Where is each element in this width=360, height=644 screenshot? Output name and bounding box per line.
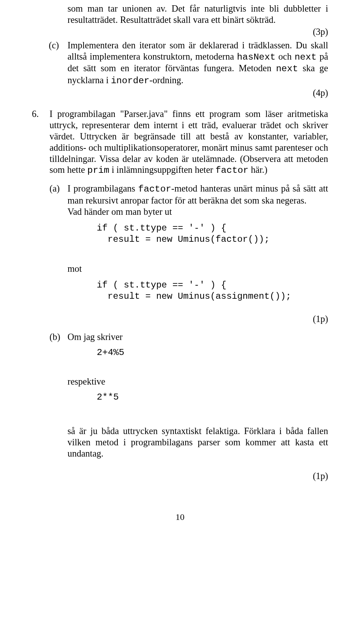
code-block: if ( st.ttype == '-' ) { result = new Um… [97,223,328,245]
inline-code: next [294,52,316,62]
subitem-label: (a) [50,183,60,194]
inline-code: factor [138,184,171,194]
points-marker: (4p) [68,87,328,99]
body-text: så är ju båda uttrycken syntaxtiskt fela… [68,425,328,459]
inline-code: prim [87,165,110,175]
body-text: -ordning. [150,75,184,85]
inline-code: inorder [111,76,150,86]
subitem-a: (a) I programbilagans factor-metod hante… [68,183,328,324]
continuation-paragraph: som man tar unionen av. Det får naturlig… [68,3,328,99]
item-6: 6. I programbilagan "Parser.java" finns … [50,108,328,482]
code-block: if ( st.ttype == '-' ) { result = new Um… [97,280,328,302]
body-text: respektive [68,376,328,387]
item-number: 6. [32,108,39,120]
body-text: som man tar unionen av. Det får naturlig… [68,3,328,25]
points-marker: (1p) [68,470,328,482]
subitem-c: (c) Implementera den iterator som är dek… [68,40,328,99]
body-text: Vad händer om man byter ut [68,206,328,217]
body-text: I programbilagans [68,183,138,193]
page-number: 10 [32,512,328,523]
body-text: i inlämningsuppgiften heter [110,165,216,175]
code-block: 2**5 [97,392,328,403]
inline-code: hasNext [237,52,276,62]
inline-code: factor [216,165,249,175]
body-text: här.) [249,165,267,175]
subitem-label: (c) [49,40,59,51]
body-text: och [276,51,295,61]
inline-code: next [276,64,298,74]
subitem-label: (b) [50,331,60,343]
points-marker: (3p) [68,26,328,37]
points-marker: (1p) [68,313,328,325]
code-block: 2+4%5 [97,347,328,358]
subitem-b: (b) Om jag skriver 2+4%5 respektive 2**5… [68,331,328,482]
body-text: mot [68,263,328,274]
document-page: som man tar unionen av. Det får naturlig… [0,0,360,538]
body-text: Om jag skriver [68,332,123,342]
